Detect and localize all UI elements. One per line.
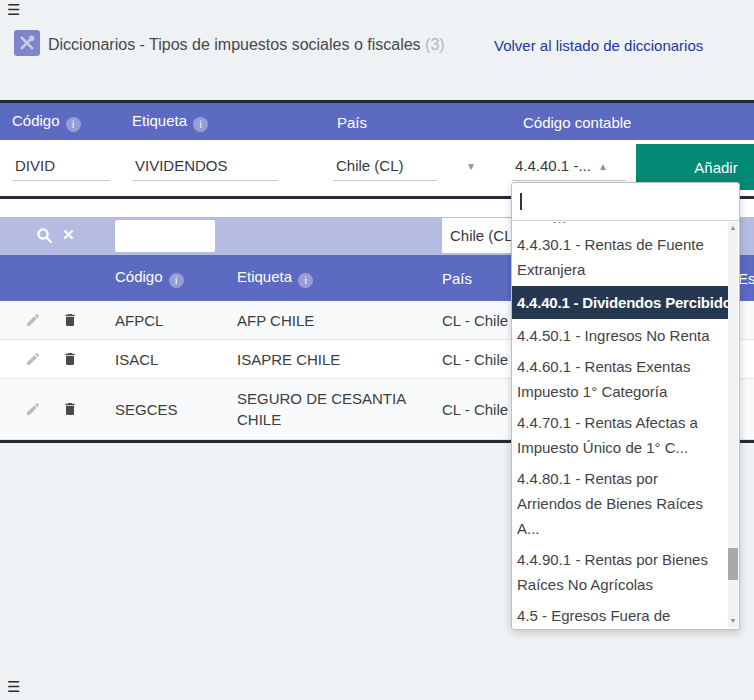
info-icon[interactable]: i xyxy=(169,273,184,288)
dropdown-option-list: … 4.4.30.1 - Rentas de Fuente Extranjera… xyxy=(512,222,728,627)
cell-codigo: SEGCES xyxy=(115,401,178,418)
col-etiqueta: Etiquetai xyxy=(237,268,313,288)
dropdown-option[interactable]: 4.4.90.1 - Rentas por Bienes Raíces No A… xyxy=(512,545,728,599)
info-icon[interactable]: i xyxy=(193,117,208,132)
cell-etiqueta: AFP CHILE xyxy=(237,310,429,331)
dropdown-search-input[interactable] xyxy=(512,183,716,220)
codigo-contable-select[interactable] xyxy=(512,150,626,180)
menu-icon[interactable]: ☰ xyxy=(7,678,20,696)
etiqueta-field-wrap xyxy=(132,150,278,181)
back-to-dictionaries-link[interactable]: Volver al listado de diccionarios xyxy=(494,37,703,54)
scroll-up-icon[interactable]: ▲ xyxy=(728,222,738,234)
text-caret xyxy=(520,193,522,210)
search-icon[interactable] xyxy=(36,227,53,248)
dropdown-option[interactable]: 4.4.50.1 - Ingresos No Renta xyxy=(512,321,728,350)
menu-icon[interactable]: ☰ xyxy=(7,1,20,19)
page-title-text: Diccionarios - Tipos de impuestos social… xyxy=(48,36,421,53)
col-codigo: Códigoi xyxy=(115,268,184,288)
cell-pais: CL - Chile xyxy=(442,401,508,418)
scroll-down-icon[interactable]: ▼ xyxy=(728,615,738,627)
dropdown-option[interactable]: 4.4.60.1 - Rentas Exentas Impuesto 1° Ca… xyxy=(512,352,728,406)
form-header-etiqueta: Etiquetai xyxy=(132,112,208,132)
info-icon[interactable]: i xyxy=(298,273,313,288)
page-title: Diccionarios - Tipos de impuestos social… xyxy=(48,36,445,54)
form-header-codigo: Códigoi xyxy=(12,112,81,132)
pais-field-wrap xyxy=(333,150,437,181)
clear-icon[interactable]: ✕ xyxy=(62,226,75,244)
edit-icon[interactable] xyxy=(25,312,41,328)
codigo-input[interactable] xyxy=(12,150,110,180)
cell-pais: CL - Chile xyxy=(442,312,508,329)
filter-search-input[interactable] xyxy=(115,220,215,252)
codigo-contable-dropdown: … 4.4.30.1 - Rentas de Fuente Extranjera… xyxy=(511,182,740,630)
cell-etiqueta: ISAPRE CHILE xyxy=(237,349,429,370)
record-count: (3) xyxy=(425,36,445,53)
cell-etiqueta: SEGURO DE CESANTIA CHILE xyxy=(237,388,429,430)
info-icon[interactable]: i xyxy=(66,117,81,132)
form-header-pais: País xyxy=(337,113,367,130)
edit-icon[interactable] xyxy=(25,351,41,367)
form-header-bar: Códigoi Etiquetai País Código contable xyxy=(0,100,754,140)
scrollbar[interactable]: ▲ ▼ xyxy=(728,222,738,627)
etiqueta-input[interactable] xyxy=(132,150,278,180)
chevron-down-icon[interactable]: ▼ xyxy=(466,161,476,172)
dropdown-option-selected[interactable]: 4.4.40.1 - Dividendos Percibidos xyxy=(512,286,728,319)
delete-icon[interactable] xyxy=(62,312,78,328)
scrollbar-thumb[interactable] xyxy=(728,548,738,580)
dropdown-option[interactable]: 4.4.70.1 - Rentas Afectas a Impuesto Úni… xyxy=(512,408,728,462)
cell-codigo: AFPCL xyxy=(115,312,163,329)
delete-icon[interactable] xyxy=(62,401,78,417)
dropdown-option[interactable]: 4.4.80.1 - Rentas por Arriendos de Biene… xyxy=(512,464,728,543)
cell-codigo: ISACL xyxy=(115,351,158,368)
col-estado: Estado xyxy=(738,270,754,287)
cell-pais: CL - Chile xyxy=(442,351,508,368)
col-pais: País xyxy=(442,270,472,287)
dropdown-option-clipped: … xyxy=(512,222,728,230)
form-header-codigo-contable: Código contable xyxy=(523,113,631,130)
delete-icon[interactable] xyxy=(62,351,78,367)
dropdown-option[interactable]: 4.5 - Egresos Fuera de Explotación xyxy=(512,601,728,627)
dropdown-option[interactable]: 4.4.30.1 - Rentas de Fuente Extranjera xyxy=(512,230,728,284)
pais-select[interactable] xyxy=(333,150,437,180)
app-window: ☰ Diccionarios - Tipos de impuestos soci… xyxy=(0,0,754,700)
codigo-field-wrap xyxy=(12,150,110,181)
dropdown-search-wrap xyxy=(512,183,739,221)
codigo-contable-field-wrap xyxy=(512,150,626,181)
chevron-up-icon[interactable]: ▲ xyxy=(598,161,608,172)
edit-icon[interactable] xyxy=(25,401,41,417)
tools-icon xyxy=(14,30,40,56)
